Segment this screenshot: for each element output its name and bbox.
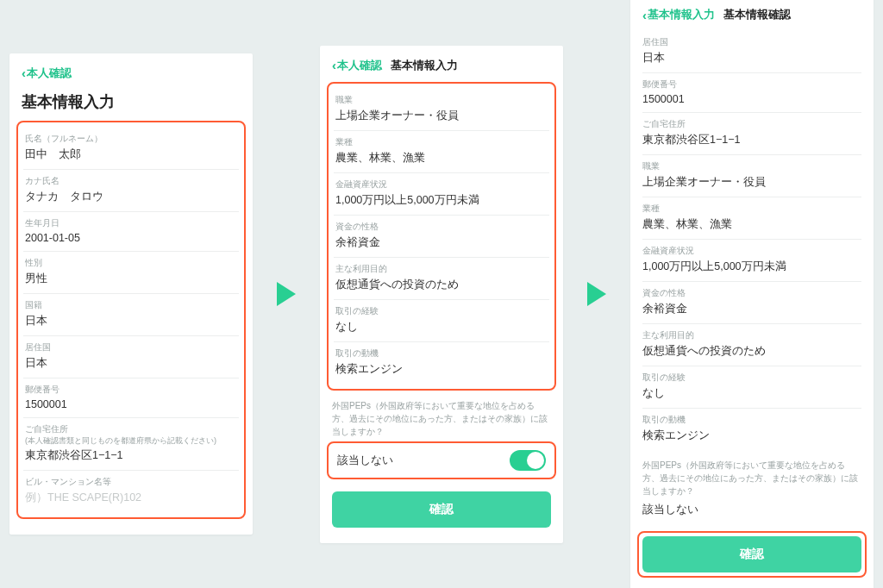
page-title: 基本情報入力 (9, 90, 253, 121)
form-field: 取引の動機検索エンジン (642, 409, 861, 450)
back-button[interactable]: ‹ 本人確認 (22, 66, 72, 81)
form-field[interactable]: 取引の経験なし (334, 300, 549, 342)
field-value[interactable]: 日本 (25, 314, 237, 328)
chevron-left-icon: ‹ (22, 66, 26, 80)
field-label: 資金の性格 (642, 287, 861, 299)
form-field[interactable]: カナ氏名タナカ タロウ (23, 170, 239, 212)
confirm-button[interactable]: 確認 (332, 491, 551, 528)
header-title: 基本情報確認 (723, 7, 791, 22)
field-label: 資金の性格 (335, 221, 548, 233)
field-label: 取引の経験 (335, 305, 548, 317)
field-value: なし (642, 386, 861, 401)
field-label: 氏名（フルネーム） (25, 133, 237, 145)
field-value[interactable]: 仮想通貨への投資のため (335, 278, 548, 292)
field-value: 上場企業オーナー・役員 (642, 175, 861, 190)
form-field: 職業上場企業オーナー・役員 (642, 155, 861, 197)
form-field[interactable]: 職業上場企業オーナー・役員 (334, 89, 549, 131)
form-field: 金融資産状況1,000万円以上5,000万円未満 (642, 240, 861, 282)
back-label: 本人確認 (337, 58, 382, 73)
field-value[interactable]: 1500001 (25, 398, 237, 410)
pep-toggle[interactable] (510, 450, 546, 471)
field-label: 職業 (335, 94, 548, 106)
field-label: 居住国 (25, 341, 237, 353)
screen-basic-info-confirm: ‹ 基本情報入力 基本情報確認 居住国日本郵便番号1500001ご自宅住所東京都… (630, 0, 874, 588)
confirm-list: 居住国日本郵便番号1500001ご自宅住所東京都渋谷区1−1−1職業上場企業オー… (630, 31, 874, 450)
pep-toggle-label: 該当しない (337, 453, 393, 468)
field-value: 仮想通貨への投資のため (642, 344, 861, 359)
form-field[interactable]: 金融資産状況1,000万円以上5,000万円未満 (334, 173, 549, 216)
form-field: 居住国日本 (642, 31, 861, 73)
field-value: 検索エンジン (642, 428, 861, 443)
chevron-left-icon: ‹ (332, 58, 336, 72)
field-placeholder[interactable]: 例）THE SCAPE(R)102 (25, 491, 237, 505)
field-label: 職業 (642, 160, 861, 172)
form-highlight: 職業上場企業オーナー・役員業種農業、林業、漁業金融資産状況1,000万円以上5,… (327, 82, 556, 391)
confirm-button[interactable]: 確認 (642, 536, 861, 572)
field-label: 主な利用目的 (335, 263, 548, 275)
svg-marker-0 (277, 282, 296, 306)
form-field[interactable]: 業種農業、林業、漁業 (334, 131, 549, 173)
field-value[interactable]: 東京都渋谷区1−1−1 (25, 448, 237, 463)
pep-note: 外国PEPs（外国政府等において重要な地位を占める方、過去にその地位にあった方、… (320, 391, 563, 441)
form-field: 業種農業、林業、漁業 (642, 197, 861, 240)
field-label: 金融資産状況 (335, 178, 548, 191)
field-value[interactable]: 検索エンジン (335, 362, 548, 377)
field-value[interactable]: 上場企業オーナー・役員 (335, 109, 548, 123)
form-field[interactable]: 性別男性 (23, 252, 239, 294)
field-value[interactable]: 農業、林業、漁業 (335, 151, 548, 166)
form-field[interactable]: 取引の動機検索エンジン (334, 342, 549, 384)
cta-highlight: 確認 (637, 531, 867, 578)
field-label: 国籍 (25, 299, 237, 311)
svg-marker-1 (587, 282, 606, 306)
form-field[interactable]: 郵便番号1500001 (23, 378, 239, 418)
form-field[interactable]: 居住国日本 (23, 336, 239, 378)
back-label: 本人確認 (27, 66, 72, 81)
flow-arrow-icon (277, 282, 296, 306)
pep-note: 外国PEPs（外国政府等において重要な地位を占める方、過去にその地位にあった方、… (630, 450, 874, 501)
form-field: 郵便番号1500001 (642, 73, 861, 113)
form-field[interactable]: 資金の性格余裕資金 (334, 216, 549, 258)
form-field[interactable]: 氏名（フルネーム）田中 太郎 (23, 128, 239, 170)
field-value[interactable]: 1,000万円以上5,000万円未満 (335, 193, 548, 208)
field-value: 東京都渋谷区1−1−1 (642, 133, 861, 147)
field-label: 業種 (335, 136, 548, 148)
field-value: 1500001 (642, 93, 861, 105)
pep-toggle-row: 該当しない (334, 443, 549, 478)
header: ‹ 本人確認 基本情報入力 (320, 54, 563, 82)
form-field[interactable]: 生年月日2001-01-05 (23, 212, 239, 252)
field-label: 取引の経験 (642, 372, 861, 384)
field-value[interactable]: 日本 (25, 356, 237, 371)
back-button[interactable]: ‹ 本人確認 (332, 58, 382, 73)
toggle-highlight: 該当しない (327, 441, 556, 479)
field-value: 1,000万円以上5,000万円未満 (642, 260, 861, 274)
field-label: ビル・マンション名等 (25, 476, 237, 488)
form-field: 資金の性格余裕資金 (642, 282, 861, 324)
form-highlight: 氏名（フルネーム）田中 太郎カナ氏名タナカ タロウ生年月日2001-01-05性… (16, 121, 246, 520)
field-label: 生年月日 (25, 217, 237, 229)
back-button[interactable]: ‹ 基本情報入力 (642, 7, 715, 22)
field-value[interactable]: 余裕資金 (335, 235, 548, 250)
field-label: ご自宅住所 (642, 118, 861, 130)
field-value: 日本 (642, 51, 861, 66)
form-field[interactable]: ビル・マンション名等例）THE SCAPE(R)102 (23, 471, 239, 512)
field-label: 居住国 (642, 36, 861, 48)
header: ‹ 本人確認 (9, 62, 253, 90)
field-label: 性別 (25, 257, 237, 269)
field-value[interactable]: 田中 太郎 (25, 147, 237, 162)
form-field[interactable]: 主な利用目的仮想通貨への投資のため (334, 258, 549, 300)
form-field[interactable]: ご自宅住所(本人確認書類と同じものを都道府県から記載ください)東京都渋谷区1−1… (23, 418, 239, 472)
form-field[interactable]: 国籍日本 (23, 294, 239, 336)
back-label: 基本情報入力 (648, 7, 715, 22)
form-field: ご自宅住所東京都渋谷区1−1−1 (642, 113, 861, 155)
field-value: 農業、林業、漁業 (642, 217, 861, 232)
chevron-left-icon: ‹ (642, 8, 647, 22)
field-label: 金融資産状況 (642, 245, 861, 257)
field-value[interactable]: タナカ タロウ (25, 190, 237, 204)
screen-basic-info-input-2: ‹ 本人確認 基本情報入力 職業上場企業オーナー・役員業種農業、林業、漁業金融資… (320, 46, 563, 543)
field-value[interactable]: 男性 (25, 272, 237, 286)
field-value[interactable]: なし (335, 320, 548, 335)
field-label: 郵便番号 (642, 78, 861, 91)
field-value[interactable]: 2001-01-05 (25, 232, 237, 244)
screen-basic-info-input-1: ‹ 本人確認 基本情報入力 氏名（フルネーム）田中 太郎カナ氏名タナカ タロウ生… (9, 53, 253, 535)
field-label: 郵便番号 (25, 384, 237, 396)
